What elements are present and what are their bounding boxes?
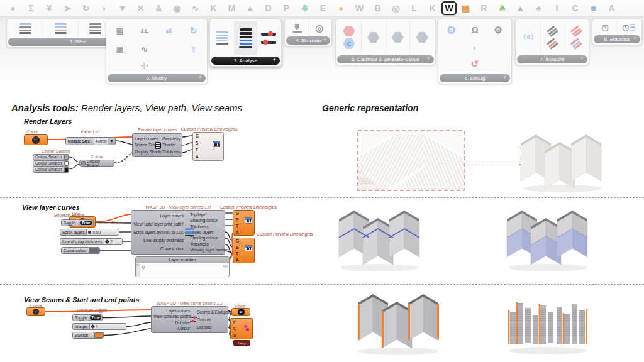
slice-plain-icon[interactable] [8,21,43,36]
swatch-chip[interactable] [94,332,103,338]
tab-p[interactable]: P [277,2,296,14]
maths-sigma-icon[interactable]: Σ [22,2,40,14]
vector-arrow-icon[interactable]: ➤ [58,2,77,14]
gear-blue-icon[interactable]: ⚙ [447,24,456,37]
panel-label-calibrate[interactable]: 5. Calibrate & generate Gcode+ [337,55,434,63]
rebuild-icon[interactable]: ↻ [189,25,197,36]
loop-red-icon[interactable]: ↺ [471,58,479,70]
panel-expand-icon[interactable]: + [633,35,636,41]
render-layer-curves-node[interactable]: Layer curvesNozzle SizeDisplay Shader Ge… [132,133,182,157]
panel-expand-icon[interactable]: + [503,74,506,80]
view-seams-icon[interactable] [257,21,280,55]
ring-icon[interactable]: ◎ [387,2,405,14]
print-simulate-icon[interactable] [286,21,309,35]
panel-label-simulate[interactable]: 4. Simulate+ [286,36,330,45]
group-blue-icon[interactable]: ▣ [116,45,123,53]
braces-a-icon[interactable]: {a} [517,21,541,54]
value-list-node[interactable]: Nozzle Size: 40mm ▼ [65,137,116,145]
integer-slider[interactable]: Integer 4 [72,323,126,330]
panel-label-modify[interactable]: 2. Modify+ [108,74,206,82]
swatch-chip[interactable] [64,167,69,172]
view-layer-curves-node[interactable]: Layer curvesView 'upto' layer print path… [131,210,225,255]
scroll-layers-slider[interactable]: Scroll layers 0.00 [60,229,119,236]
swatch-node[interactable]: Swatch [72,332,104,339]
mountain-icon[interactable]: ▲ [511,2,530,14]
clamp-icon[interactable]: Ω [471,25,478,35]
display-eye-icon[interactable]: ◉ [168,2,186,14]
boolean-toggle-node[interactable]: Toggle True [72,314,103,321]
tab-k2[interactable]: K [423,2,441,14]
toggle-true-switch[interactable]: True [80,221,93,225]
toggle-true-switch[interactable]: True [90,315,101,320]
blue-square-icon[interactable]: ■ [584,2,602,14]
surface-icon[interactable]: ◗ [95,2,113,14]
print-time-icon[interactable]: ◎ [309,21,331,35]
view-layer-curves-icon[interactable] [235,21,258,55]
bell-icon[interactable]: ▲ [241,2,259,14]
tab-d[interactable]: D [259,2,277,14]
custom-preview-lineweights-node[interactable]: GSTA [192,132,224,161]
tab-c[interactable]: C [566,2,584,14]
slider-grip[interactable] [105,239,109,244]
layer-number-panel[interactable]: Layer number {0} 0 0 [135,256,230,277]
panel-label-statistics[interactable]: 8. Statistics+ [594,35,640,43]
swatch-chip[interactable] [64,161,69,166]
group-red-icon[interactable]: ▣ [116,26,123,35]
slider-groove[interactable]: 0.00 [87,229,119,235]
transform-icon[interactable]: & [150,2,168,14]
split-segment-icon[interactable]: ▪│▪ [140,62,148,69]
params-hexagon-icon[interactable]: ● [4,2,22,14]
custom-preview-lineweights-node[interactable]: GSTA [233,238,255,263]
gcode-3-icon[interactable]: 3 [410,21,434,54]
gcode-1-icon[interactable]: 1 [362,21,386,54]
tab-m[interactable]: M [223,2,241,14]
tab-wasp-active[interactable]: W [441,1,457,15]
gcode-2-icon[interactable]: 2 [386,21,411,54]
view-curve-seams-node[interactable]: Layer curvesView coloured pointsDot size… [151,306,228,333]
clock-stats-icon[interactable]: ◷ [594,21,618,34]
colour-swatch-node[interactable]: Colour Swatch [33,167,69,173]
stripes-red-icon[interactable] [564,21,587,54]
tree-icon[interactable]: ♣ [530,2,548,14]
tab-w[interactable]: W [350,2,369,14]
clock-list-icon[interactable]: ◷ [618,21,641,34]
grasshopper-icon[interactable]: ✳ [493,2,511,14]
seam-jl-icon[interactable]: J.L [140,28,148,34]
panel-expand-icon[interactable]: + [199,74,202,80]
squiggle-icon[interactable]: ∿ [186,2,204,14]
panel-expand-icon[interactable]: + [273,57,276,63]
tab-r[interactable]: R [475,2,493,14]
panel-label-debug[interactable]: 6. Debug+ [440,74,510,82]
flip-arrows-icon[interactable]: ⇄ [165,26,172,35]
boolean-toggle-node[interactable]: Toggle True [61,219,94,226]
custom-preview-lineweights-node[interactable]: GSTA [233,210,255,236]
smooth-curve-icon[interactable]: ∿ [141,45,148,54]
panel-label-isolators[interactable]: 7. Isolators+ [517,55,587,63]
tab-i[interactable]: I [548,2,566,14]
panel-expand-icon[interactable]: + [427,55,430,62]
panel-label-analyse[interactable]: 3. Analyse+ [211,57,280,65]
slider-groove[interactable]: 4 [90,324,126,329]
slider-grip[interactable] [91,324,95,329]
calibrate-hex-icon[interactable]: C [337,21,362,54]
mesh-icon[interactable]: ▼ [113,2,131,14]
gcode-c-icon[interactable]: C [343,38,355,49]
point-colour-size-node[interactable]: PCS [230,318,253,339]
stripes-red-blue-icon[interactable] [569,36,584,52]
tab-b[interactable]: B [369,2,387,14]
paw-icon[interactable]: ❋ [296,2,314,14]
render-layers-icon[interactable] [211,21,235,55]
curve-param-node[interactable] [24,134,48,145]
sets-icon[interactable]: ¥ [40,2,58,14]
stripes-mixed-icon[interactable] [545,36,560,52]
display-shader-node[interactable]: Display Shader [79,160,114,167]
curve-param-node[interactable] [26,307,45,316]
colour-swatch-node[interactable]: Colour Swatch [33,154,69,160]
slider-grip[interactable] [88,231,91,234]
panel-expand-icon[interactable]: + [323,36,326,43]
tab-a[interactable]: A [602,2,621,14]
lift-icon[interactable]: ⇧ [190,45,197,54]
stripes-grey-icon[interactable] [541,21,565,54]
sail-icon[interactable]: ◗ [472,43,477,52]
tab-k[interactable]: K [204,2,223,14]
